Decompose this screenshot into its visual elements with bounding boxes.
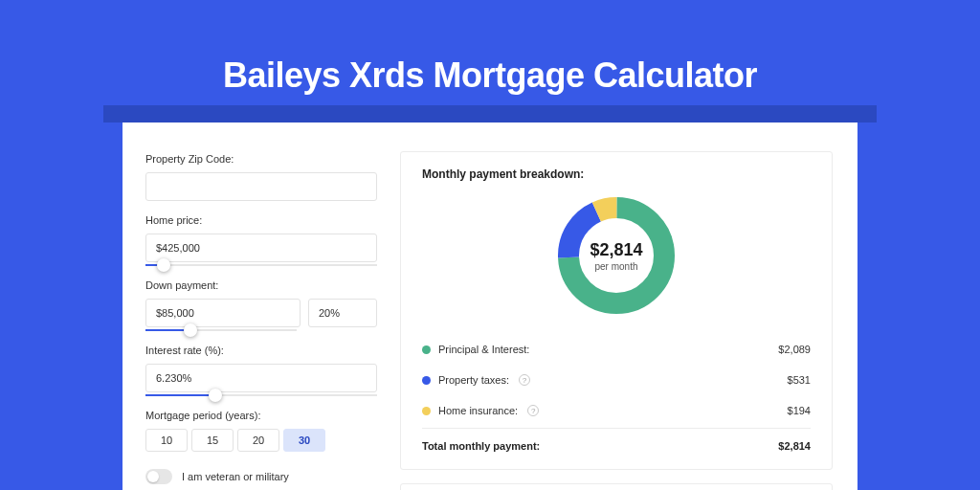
legend-label: Property taxes: — [438, 374, 509, 386]
period-label: Mortgage period (years): — [145, 410, 377, 421]
info-icon[interactable]: ? — [527, 405, 539, 416]
veteran-label: I am veteran or military — [182, 471, 289, 482]
breakdown-title: Monthly payment breakdown: — [422, 167, 811, 181]
down-amount-input[interactable] — [145, 299, 301, 327]
amortization-panel: Amortization for mortgage loan Amortizat… — [400, 483, 833, 490]
rate-input[interactable] — [145, 364, 377, 392]
legend-label: Home insurance: — [438, 405, 518, 416]
page-background: Baileys Xrds Mortgage Calculator Propert… — [0, 0, 980, 490]
dot-icon — [422, 407, 431, 415]
rate-slider[interactable] — [145, 394, 377, 396]
total-label: Total monthly payment: — [422, 440, 540, 452]
period-options: 10 15 20 30 — [145, 429, 377, 452]
legend-value: $194 — [788, 405, 811, 416]
price-slider-thumb[interactable] — [157, 258, 170, 272]
dot-icon — [422, 376, 431, 385]
breakdown-panel: Monthly payment breakdown: $2,814 per mo… — [400, 151, 833, 470]
period-option-15[interactable]: 15 — [191, 429, 234, 452]
total-row: Total monthly payment: $2,814 — [422, 428, 811, 452]
total-value: $2,814 — [778, 440, 811, 452]
dot-icon — [422, 345, 431, 354]
legend-label: Principal & Interest: — [438, 344, 529, 355]
zip-input[interactable] — [145, 172, 377, 201]
payment-donut-chart: $2,814 per month — [553, 192, 679, 319]
period-option-20[interactable]: 20 — [237, 429, 279, 452]
down-slider[interactable] — [145, 329, 297, 331]
down-label: Down payment: — [145, 279, 377, 291]
calculator-card: Property Zip Code: Home price: Down paym… — [122, 122, 858, 490]
legend-value: $531 — [788, 374, 811, 386]
legend-row-insurance: Home insurance: ? $194 — [422, 395, 811, 426]
price-label: Home price: — [145, 214, 377, 226]
price-slider[interactable] — [145, 264, 377, 266]
legend-row-principal: Principal & Interest: $2,089 — [422, 334, 811, 365]
legend-value: $2,089 — [778, 344, 811, 355]
down-slider-thumb[interactable] — [184, 323, 197, 337]
legend-row-taxes: Property taxes: ? $531 — [422, 365, 811, 395]
period-option-10[interactable]: 10 — [145, 429, 188, 452]
results-column: Monthly payment breakdown: $2,814 per mo… — [400, 122, 858, 490]
price-input[interactable] — [145, 234, 377, 262]
header-ribbon — [103, 105, 877, 122]
rate-label: Interest rate (%): — [145, 345, 377, 356]
donut-center-sub: per month — [594, 261, 637, 272]
donut-center-amount: $2,814 — [590, 240, 642, 260]
veteran-toggle[interactable] — [145, 469, 172, 484]
inputs-column: Property Zip Code: Home price: Down paym… — [122, 122, 400, 490]
period-option-30[interactable]: 30 — [283, 429, 325, 452]
zip-label: Property Zip Code: — [145, 153, 377, 165]
down-pct-input[interactable] — [308, 299, 377, 327]
rate-slider-thumb[interactable] — [209, 389, 222, 402]
info-icon[interactable]: ? — [519, 374, 530, 386]
page-title: Baileys Xrds Mortgage Calculator — [0, 56, 980, 96]
